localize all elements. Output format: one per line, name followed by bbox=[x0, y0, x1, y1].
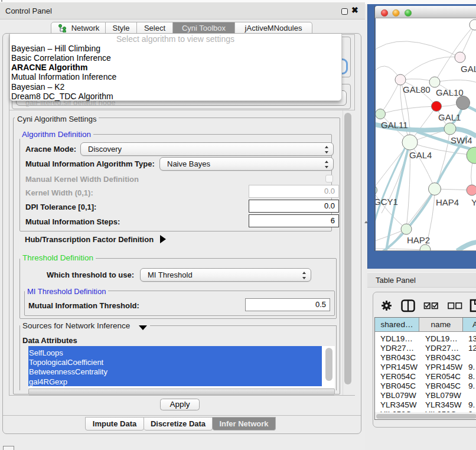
svg-text:YJ: YJ bbox=[471, 197, 476, 207]
svg-text:SWI4: SWI4 bbox=[451, 135, 472, 145]
svg-text:GAL2: GAL2 bbox=[461, 64, 476, 74]
svg-text:GAL4: GAL4 bbox=[409, 150, 432, 160]
svg-text:HAP4: HAP4 bbox=[436, 197, 459, 207]
svg-text:GCY1: GCY1 bbox=[376, 197, 398, 207]
svg-text:GAL10: GAL10 bbox=[436, 87, 464, 97]
svg-text:GAL1: GAL1 bbox=[438, 112, 461, 122]
svg-text:GAL11: GAL11 bbox=[381, 120, 408, 130]
svg-text:HAP2: HAP2 bbox=[407, 235, 430, 245]
svg-text:GAL80: GAL80 bbox=[403, 84, 431, 94]
